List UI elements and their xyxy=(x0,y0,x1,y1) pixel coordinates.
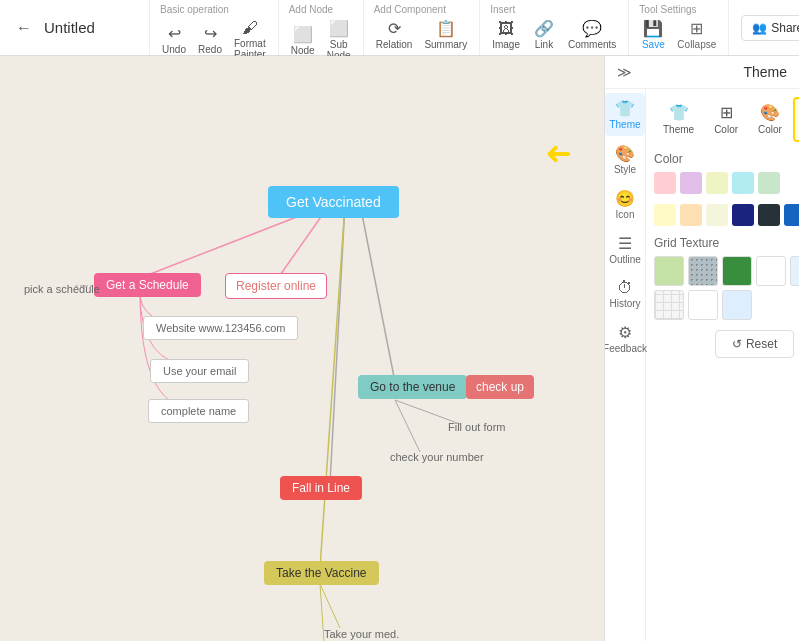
color-swatch[interactable] xyxy=(680,204,702,226)
side-icon-bar: 👕 Theme 🎨 Style 😊 Icon ☰ Outline ⏱ xyxy=(605,89,646,641)
side-icon-theme[interactable]: 👕 Theme xyxy=(605,93,645,136)
link-button[interactable]: 🔗Link xyxy=(528,17,560,52)
grid-swatch[interactable] xyxy=(688,290,718,320)
theme-tab-color2[interactable]: 🎨 Color xyxy=(749,97,791,142)
arrow-annotation: ➜ xyxy=(545,136,572,174)
node-name[interactable]: complete name xyxy=(148,399,249,423)
node-pick[interactable]: pick a schedule xyxy=(12,278,112,300)
grid-swatch[interactable] xyxy=(756,256,786,286)
svg-line-3 xyxy=(330,204,345,483)
node-takevaccine[interactable]: Take the Vaccine xyxy=(264,561,379,585)
side-icon-history[interactable]: ⏱ History xyxy=(605,273,645,315)
toolbar-left: ← Untitled xyxy=(0,0,150,55)
color-swatch[interactable] xyxy=(758,204,780,226)
section-tool-settings: Tool Settings 💾Save ⊞Collapse xyxy=(629,0,729,55)
comments-button[interactable]: 💬Comments xyxy=(564,17,620,52)
link-icon: 🔗 xyxy=(534,19,554,38)
redo-icon: ↪ xyxy=(204,24,217,43)
grid-swatch[interactable] xyxy=(688,256,718,286)
node-icon: ⬜ xyxy=(293,25,313,44)
side-icon-style[interactable]: 🎨 Style xyxy=(605,138,645,181)
reset-button[interactable]: ↺ Reset xyxy=(715,330,794,358)
side-icon-icon[interactable]: 😊 Icon xyxy=(605,183,645,226)
grid-texture-grid xyxy=(654,256,799,320)
format-painter-icon: 🖌 xyxy=(242,19,258,37)
panel-collapse-button[interactable]: ≫ xyxy=(617,64,632,80)
theme-tab-backdrop[interactable]: 🖼 Backdrop xyxy=(793,97,799,142)
section-btns-component: ⟳Relation 📋Summary xyxy=(372,17,472,52)
toolbar: ← Untitled Basic operation ↩Undo ↪Redo 🖌… xyxy=(0,0,799,56)
color-swatch[interactable] xyxy=(758,172,780,194)
grid-swatch[interactable] xyxy=(654,290,684,320)
collapse-icon: ⊞ xyxy=(690,19,703,38)
theme-tab-color2-icon: 🎨 xyxy=(760,103,780,122)
theme-tab-theme-icon: 👕 xyxy=(669,103,689,122)
right-panel: ≫ Theme 👕 Theme 🎨 Style 😊 Icon ☰ xyxy=(604,56,799,641)
node-register[interactable]: Register online xyxy=(225,273,327,299)
relation-button[interactable]: ⟳Relation xyxy=(372,17,417,52)
color-swatch[interactable] xyxy=(654,172,676,194)
section-label-tools: Tool Settings xyxy=(637,4,696,15)
section-insert: Insert 🖼Image 🔗Link 💬Comments xyxy=(480,0,629,55)
svg-line-7 xyxy=(395,400,420,452)
grid-swatch[interactable] xyxy=(654,256,684,286)
reset-icon: ↺ xyxy=(732,337,742,351)
save-button[interactable]: 💾Save xyxy=(637,17,669,52)
node-venue[interactable]: Go to the venue xyxy=(358,375,467,399)
color-swatch[interactable] xyxy=(706,204,728,226)
section-basic-operation: Basic operation ↩Undo ↪Redo 🖌Format Pain… xyxy=(150,0,279,55)
summary-button[interactable]: 📋Summary xyxy=(420,17,471,52)
canvas[interactable]: ➜ Get Vaccinated Get a Schedule Register… xyxy=(0,56,604,641)
redo-button[interactable]: ↪Redo xyxy=(194,22,226,57)
share-button[interactable]: 👥 Share xyxy=(741,15,799,41)
color-swatch[interactable] xyxy=(732,204,754,226)
node-button[interactable]: ⬜Node xyxy=(287,23,319,58)
share-icon: 👥 xyxy=(752,21,767,35)
grid-swatch[interactable] xyxy=(722,290,752,320)
grid-swatch[interactable] xyxy=(790,256,799,286)
outline-sidebar-icon: ☰ xyxy=(618,234,632,253)
grid-section-title: Grid Texture xyxy=(654,236,799,250)
main-area: ➜ Get Vaccinated Get a Schedule Register… xyxy=(0,56,799,641)
color-swatch[interactable] xyxy=(680,172,702,194)
summary-icon: 📋 xyxy=(436,19,456,38)
node-root[interactable]: Get Vaccinated xyxy=(268,186,399,218)
node-website[interactable]: Website www.123456.com xyxy=(143,316,298,340)
icon-sidebar-icon: 😊 xyxy=(615,189,635,208)
panel-title: Theme xyxy=(743,64,787,80)
theme-tab-theme[interactable]: 👕 Theme xyxy=(654,97,703,142)
section-label-node: Add Node xyxy=(287,4,333,15)
section-label-insert: Insert xyxy=(488,4,515,15)
back-button[interactable]: ← xyxy=(12,17,36,39)
svg-line-2 xyxy=(360,204,395,382)
side-icon-outline[interactable]: ☰ Outline xyxy=(605,228,645,271)
node-checkup[interactable]: check up xyxy=(466,375,534,399)
color-swatch[interactable] xyxy=(732,172,754,194)
image-button[interactable]: 🖼Image xyxy=(488,18,524,52)
theme-sidebar-icon: 👕 xyxy=(615,99,635,118)
relation-icon: ⟳ xyxy=(388,19,401,38)
theme-tab-color-icon: ⊞ xyxy=(720,103,733,122)
color-swatch[interactable] xyxy=(706,172,728,194)
node-fillform[interactable]: Fill out form xyxy=(436,416,517,438)
grid-swatch[interactable] xyxy=(722,256,752,286)
panel-header: ≫ Theme xyxy=(605,56,799,89)
node-checknumber[interactable]: check your number xyxy=(378,446,496,468)
color-swatch[interactable] xyxy=(654,204,676,226)
undo-button[interactable]: ↩Undo xyxy=(158,22,190,57)
undo-icon: ↩ xyxy=(168,24,181,43)
node-email[interactable]: Use your email xyxy=(150,359,249,383)
collapse-button[interactable]: ⊞Collapse xyxy=(673,17,720,52)
color-section-title: Color xyxy=(654,152,799,166)
svg-line-4 xyxy=(320,204,345,568)
side-icon-feedback[interactable]: ⚙ Feedback xyxy=(605,317,645,360)
section-label-basic: Basic operation xyxy=(158,4,229,15)
color-swatch[interactable] xyxy=(784,204,799,226)
theme-tab-color[interactable]: ⊞ Color xyxy=(705,97,747,142)
node-fallinline[interactable]: Fall in Line xyxy=(280,476,362,500)
toolbar-right: 👥 Share 📤 Export xyxy=(729,0,799,55)
save-icon: 💾 xyxy=(643,19,663,38)
node-takemed[interactable]: Take your med. xyxy=(312,623,411,641)
section-btns-tools: 💾Save ⊞Collapse xyxy=(637,17,720,52)
section-add-node: Add Node ⬜Node ⬜Sub Node xyxy=(279,0,364,55)
